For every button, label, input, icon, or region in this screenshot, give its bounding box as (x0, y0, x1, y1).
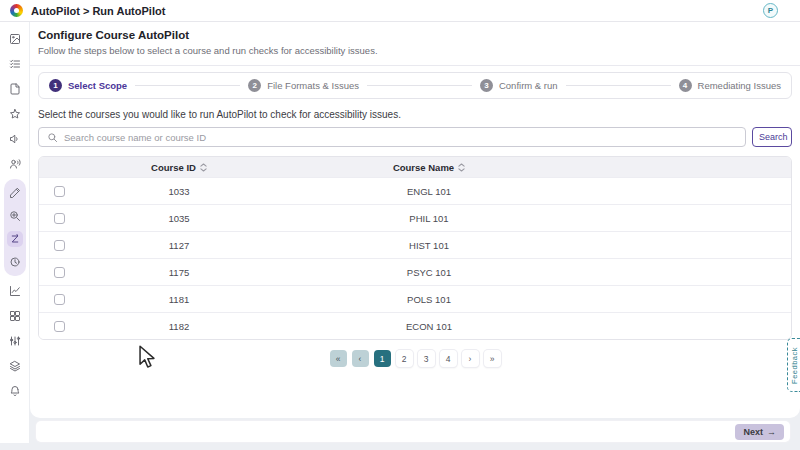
user-voice-icon[interactable] (7, 156, 23, 172)
footer-bar: Next → (36, 421, 790, 442)
step-number: 4 (679, 79, 692, 92)
pagination-page-4-button[interactable]: 4 (440, 350, 457, 367)
user-avatar[interactable]: P (763, 3, 778, 18)
course-id-cell: 1127 (79, 240, 279, 251)
pagination-page-3-button[interactable]: 3 (418, 350, 435, 367)
step-number: 3 (480, 79, 493, 92)
pagination-page-1-button[interactable]: 1 (374, 350, 391, 367)
next-button[interactable]: Next → (735, 424, 784, 440)
table-row[interactable]: 1181POLS 101 (39, 285, 791, 312)
table-row[interactable]: 1035PHIL 101 (39, 204, 791, 231)
arrow-right-icon: → (767, 427, 776, 437)
instruction-text: Select the courses you would like to run… (38, 109, 792, 120)
pagination-page-2-button[interactable]: 2 (396, 350, 413, 367)
row-checkbox-cell (39, 267, 79, 278)
step-file-formats-issues[interactable]: 2File Formats & Issues (248, 79, 359, 92)
sidebar-bottom-group (7, 283, 23, 399)
app-logo-icon (10, 4, 23, 17)
row-checkbox[interactable] (54, 240, 65, 251)
history-icon[interactable] (7, 254, 23, 270)
pagination-first-button[interactable]: « (330, 350, 347, 367)
table-header-row: Course ID Course Name (39, 157, 791, 177)
row-checkbox-cell (39, 294, 79, 305)
step-number: 2 (248, 79, 261, 92)
search-input[interactable] (64, 132, 737, 143)
table-body: 1033ENGL 1011035PHIL 1011127HIST 1011175… (39, 177, 791, 339)
sort-icon[interactable] (200, 163, 207, 172)
row-checkbox[interactable] (54, 186, 65, 197)
table-row[interactable]: 1127HIST 101 (39, 231, 791, 258)
sidebar (0, 22, 30, 443)
row-checkbox-cell (39, 240, 79, 251)
main-content: Configure Course AutoPilot Follow the st… (30, 22, 800, 418)
step-connector (566, 85, 671, 86)
chart-icon[interactable] (7, 283, 23, 299)
pagination-next-button[interactable]: › (462, 350, 479, 367)
step-label: Confirm & run (499, 80, 558, 91)
checklist-icon[interactable] (7, 56, 23, 72)
page-title: Configure Course AutoPilot (38, 29, 792, 41)
wizard-stepper: 1Select Scope2File Formats & Issues3Conf… (38, 72, 792, 99)
step-label: File Formats & Issues (267, 80, 359, 91)
page-header: Configure Course AutoPilot Follow the st… (30, 22, 800, 66)
search-row: Search (38, 127, 792, 147)
top-bar: AutoPilot > Run AutoPilot P (0, 0, 800, 22)
search-icon (47, 132, 58, 143)
course-name-cell: ECON 101 (279, 321, 579, 332)
course-name-cell: HIST 101 (279, 240, 579, 251)
row-checkbox[interactable] (54, 321, 65, 332)
course-id-cell: 1033 (79, 186, 279, 197)
row-checkbox-cell (39, 213, 79, 224)
pagination: «‹1234›» (30, 350, 800, 367)
bell-icon[interactable] (7, 383, 23, 399)
pagination-last-button[interactable]: » (484, 350, 501, 367)
search-button[interactable]: Search (752, 127, 792, 147)
table-row[interactable]: 1182ECON 101 (39, 312, 791, 339)
sort-icon[interactable] (458, 163, 465, 172)
column-header-course-id[interactable]: Course ID (79, 162, 279, 173)
pagination-prev-button[interactable]: ‹ (352, 350, 369, 367)
courses-table: Course ID Course Name 1033ENGL 1011035PH… (38, 156, 792, 340)
sidebar-tools-group (4, 179, 26, 276)
image-icon[interactable] (7, 31, 23, 47)
autopilot-z-icon[interactable] (7, 231, 23, 247)
step-remediating-issues[interactable]: 4Remediating Issues (679, 79, 781, 92)
row-checkbox[interactable] (54, 267, 65, 278)
file-report-icon[interactable] (7, 81, 23, 97)
sliders-icon[interactable] (7, 333, 23, 349)
pen-icon[interactable] (7, 185, 23, 201)
column-header-course-name[interactable]: Course Name (279, 162, 579, 173)
next-button-label: Next (743, 427, 763, 437)
course-id-cell: 1181 (79, 294, 279, 305)
star-icon[interactable] (7, 106, 23, 122)
row-checkbox-cell (39, 321, 79, 332)
column-label: Course ID (151, 162, 196, 173)
row-checkbox[interactable] (54, 294, 65, 305)
layers-icon[interactable] (7, 358, 23, 374)
course-name-cell: POLS 101 (279, 294, 579, 305)
row-checkbox[interactable] (54, 213, 65, 224)
feedback-tab-label: Feedback (790, 347, 799, 384)
step-confirm-run[interactable]: 3Confirm & run (480, 79, 558, 92)
feedback-tab[interactable]: Feedback (787, 338, 800, 392)
media-grid-icon[interactable] (7, 308, 23, 324)
step-label: Remediating Issues (698, 80, 781, 91)
row-checkbox-cell (39, 186, 79, 197)
course-name-cell: PHIL 101 (279, 213, 579, 224)
step-select-scope[interactable]: 1Select Scope (49, 79, 127, 92)
page-subtitle: Follow the steps below to select a cours… (38, 45, 792, 56)
course-id-cell: 1175 (79, 267, 279, 278)
step-number: 1 (49, 79, 62, 92)
table-row[interactable]: 1175PSYC 101 (39, 258, 791, 285)
course-name-cell: PSYC 101 (279, 267, 579, 278)
sidebar-main-group (7, 31, 23, 172)
course-name-cell: ENGL 101 (279, 186, 579, 197)
course-id-cell: 1035 (79, 213, 279, 224)
table-row[interactable]: 1033ENGL 101 (39, 177, 791, 204)
column-label: Course Name (393, 162, 454, 173)
search-box (38, 127, 746, 147)
ai-search-icon[interactable] (7, 208, 23, 224)
speaker-icon[interactable] (7, 131, 23, 147)
breadcrumb: AutoPilot > Run AutoPilot (31, 5, 165, 17)
step-label: Select Scope (68, 80, 127, 91)
